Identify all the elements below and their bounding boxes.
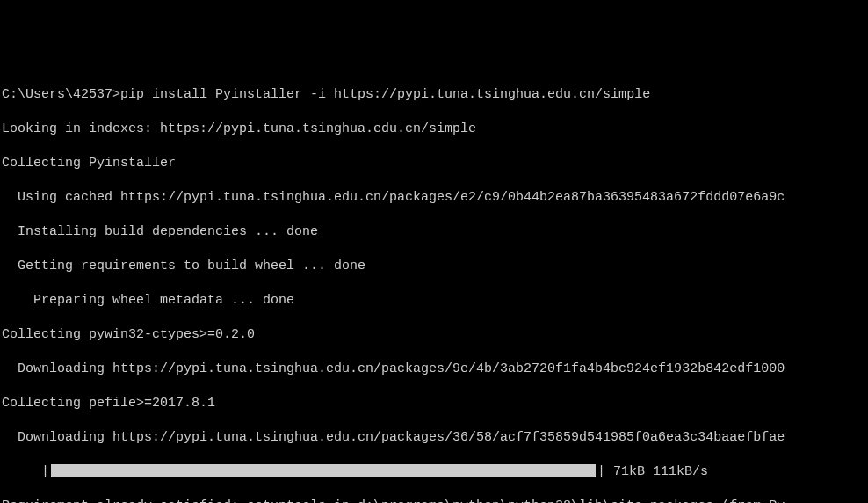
output-line: Getting requirements to build wheel ... … [2,258,866,275]
output-line: Requirement already satisfied: setuptool… [2,498,866,504]
prompt: C:\Users\42537> [2,87,120,102]
output-line: Collecting pywin32-ctypes>=0.2.0 [2,326,866,344]
output-line: Collecting Pyinstaller [2,155,866,172]
output-line: Looking in indexes: https://pypi.tuna.ts… [2,120,866,138]
progress-stats: 71kB 111kB/s [605,464,708,479]
output-line: Preparing wheel metadata ... done [2,292,866,310]
progress-suffix: | [597,464,605,479]
output-line: Downloading https://pypi.tuna.tsinghua.e… [2,429,866,447]
terminal-output: C:\Users\42537>pip install Pyinstaller -… [0,69,868,503]
output-line: Collecting pefile>=2017.8.1 [2,395,866,412]
prompt-line[interactable]: C:\Users\42537>pip install Pyinstaller -… [2,86,866,104]
command-text: pip install Pyinstaller -i https://pypi.… [120,87,650,102]
output-line: Downloading https://pypi.tuna.tsinghua.e… [2,361,866,378]
output-line: Using cached https://pypi.tuna.tsinghua.… [2,189,866,207]
progress-line: || 71kB 111kB/s [2,463,866,481]
progress-prefix: | [2,464,49,479]
output-line: Installing build dependencies ... done [2,223,866,241]
progress-bar [51,464,596,477]
